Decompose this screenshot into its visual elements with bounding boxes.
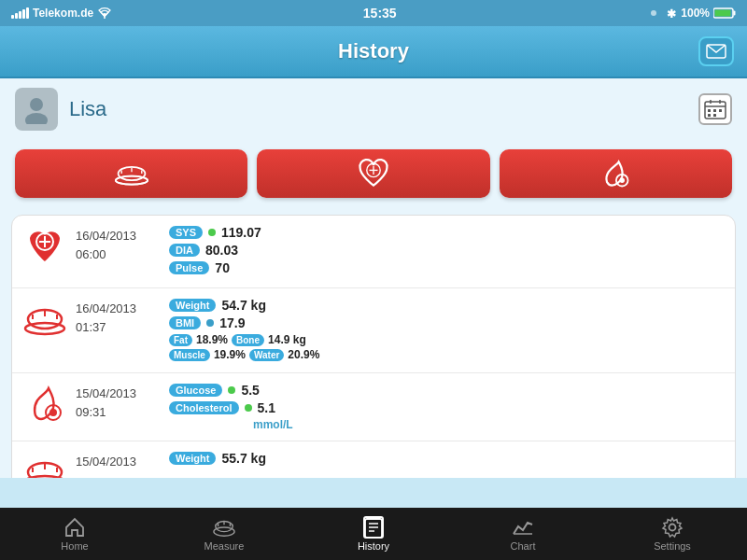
heart-category-button[interactable] [257, 149, 489, 198]
profile-name: Lisa [69, 97, 106, 121]
brightness-icon [647, 7, 660, 20]
svg-rect-5 [715, 10, 731, 17]
nav-chart-label: Chart [511, 540, 536, 552]
mail-button[interactable] [698, 36, 734, 66]
bone-value: 14.9 kg [268, 333, 306, 346]
cholesterol-value: 5.1 [258, 400, 275, 415]
muscle-label: Muscle [169, 349, 210, 361]
muscle-water-row: Muscle 19.9% Water 20.9% [169, 348, 724, 361]
dia-row: DIA 80.03 [169, 243, 724, 258]
record-data-scale-2: Weight 55.7 kg [169, 451, 724, 469]
cholesterol-row: Cholesterol 5.1 [169, 400, 724, 415]
bmi-value: 17.9 [219, 315, 245, 330]
wifi-icon [97, 7, 112, 19]
weight-value-2: 55.7 kg [221, 451, 265, 466]
weight-row-2: Weight 55.7 kg [169, 451, 724, 466]
record-datetime-3: 15/04/2013 09:31 [76, 383, 160, 421]
record-data-glucose: Glucose 5.5 Cholesterol 5.1 mmol/L [169, 383, 724, 431]
nav-history[interactable]: History [299, 508, 448, 560]
svg-text:✱: ✱ [667, 7, 676, 20]
scale-record-icon-svg [23, 302, 66, 336]
bluetooth-icon: ✱ [664, 7, 677, 20]
bottom-nav: Home Measure History Chart [0, 508, 747, 560]
scale-icon [115, 157, 148, 190]
battery-label: 100% [681, 7, 710, 20]
status-left: Telekom.de [11, 7, 112, 20]
nav-measure[interactable]: Measure [149, 508, 299, 560]
pulse-row: Pulse 70 [169, 260, 724, 275]
scale-icon-2 [23, 455, 66, 478]
nav-settings-label: Settings [654, 540, 691, 552]
heart-icon [24, 226, 65, 267]
pulse-label: Pulse [169, 261, 209, 274]
scale-category-button[interactable] [15, 149, 247, 198]
status-bar: Telekom.de 15:35 ✱ 100% [0, 0, 747, 26]
dia-label: DIA [169, 244, 200, 257]
pulse-value: 70 [215, 260, 230, 275]
signal-icon [11, 7, 29, 19]
mail-icon [706, 44, 726, 59]
svg-point-8 [25, 113, 48, 124]
muscle-value: 19.9% [214, 348, 246, 361]
svg-rect-16 [708, 114, 711, 117]
bmi-label: BMI [169, 316, 201, 329]
sys-row: SYS 119.07 [169, 225, 724, 240]
profile-row: Lisa [0, 78, 747, 140]
bmi-dot [206, 319, 214, 327]
carrier-label: Telekom.de [33, 7, 93, 20]
records-card: 16/04/2013 06:00 SYS 119.07 DIA 80.03 Pu… [11, 215, 736, 478]
measure-icon [213, 516, 235, 539]
page-title: History [338, 39, 409, 63]
svg-point-0 [104, 17, 106, 19]
fat-value: 18.9% [196, 333, 228, 346]
record-datetime-4: 15/04/2013 [76, 451, 160, 471]
svg-point-56 [669, 525, 676, 531]
glucose-icon-svg [24, 384, 65, 425]
calendar-button[interactable] [698, 93, 732, 125]
chart-icon [512, 516, 534, 539]
weight-label-2: Weight [169, 452, 216, 465]
svg-point-39 [49, 409, 57, 416]
glucose-record-icon [23, 383, 66, 426]
svg-rect-13 [708, 109, 711, 112]
glucose-value: 5.5 [241, 383, 259, 398]
record-datetime-2: 16/04/2013 01:37 [76, 298, 160, 336]
svg-point-7 [30, 98, 43, 111]
glucose-icon [599, 157, 632, 190]
main-content: 16/04/2013 06:00 SYS 119.07 DIA 80.03 Pu… [0, 207, 747, 478]
sys-dot [208, 229, 216, 236]
svg-rect-50 [365, 519, 382, 538]
glucose-dot [228, 386, 235, 394]
record-data-scale: Weight 54.7 kg BMI 17.9 Fat 18.9% Bone 1… [169, 298, 724, 363]
nav-settings[interactable]: Settings [598, 508, 747, 560]
heart-record-icon [23, 225, 66, 268]
sys-label: SYS [169, 226, 203, 239]
glucose-row: Glucose 5.5 [169, 383, 724, 398]
nav-home-label: Home [61, 540, 88, 552]
nav-chart[interactable]: Chart [448, 508, 598, 560]
profile-left: Lisa [15, 88, 106, 131]
weight-value: 54.7 kg [221, 298, 265, 313]
svg-point-29 [620, 178, 625, 183]
nav-history-label: History [358, 540, 389, 552]
scale-record-icon-2 [23, 451, 66, 478]
sys-value: 119.07 [221, 225, 261, 240]
weight-label: Weight [169, 299, 216, 312]
time-display: 15:35 [363, 6, 397, 21]
nav-home[interactable]: Home [0, 508, 149, 560]
svg-rect-17 [713, 114, 716, 117]
fat-bone-row: Fat 18.9% Bone 14.9 kg [169, 333, 724, 346]
record-item: 15/04/2013 Weight 55.7 kg [12, 441, 735, 478]
category-buttons [0, 140, 747, 207]
glucose-category-button[interactable] [500, 149, 732, 198]
record-item: 15/04/2013 09:31 Glucose 5.5 Cholesterol… [12, 373, 735, 441]
home-icon [63, 516, 86, 539]
water-value: 20.9% [288, 348, 319, 361]
scale-record-icon [23, 298, 66, 341]
svg-rect-4 [734, 11, 736, 16]
svg-point-1 [651, 10, 656, 16]
record-data-bp: SYS 119.07 DIA 80.03 Pulse 70 [169, 225, 724, 278]
weight-row: Weight 54.7 kg [169, 298, 724, 313]
bone-label: Bone [232, 334, 264, 346]
fat-label: Fat [169, 334, 192, 346]
